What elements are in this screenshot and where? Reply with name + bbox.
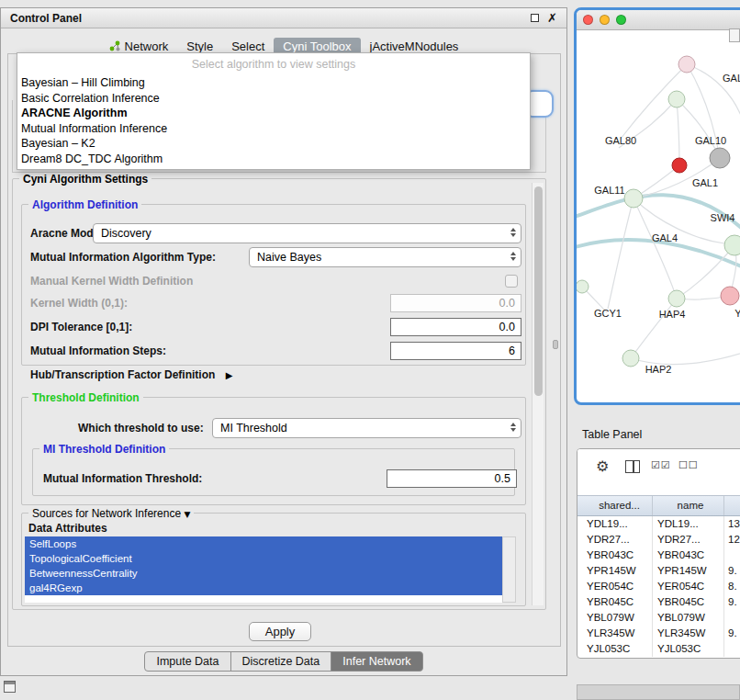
node-label-y: Y bbox=[734, 308, 740, 319]
table-row[interactable]: YLR345WYLR345W9. bbox=[577, 626, 740, 641]
aracne-mode-select[interactable]: Discovery bbox=[93, 223, 521, 243]
table-cell: 12 bbox=[724, 532, 740, 548]
table-row[interactable]: YDR27...YDR27...12 bbox=[577, 532, 740, 548]
table-row[interactable]: YER054CYER054C8. bbox=[577, 579, 740, 594]
collapse-triangle-icon[interactable]: ▼ bbox=[184, 510, 190, 519]
minimize-traffic-light[interactable] bbox=[600, 15, 610, 25]
mi-steps-field[interactable]: 6 bbox=[390, 342, 521, 360]
attribute-item-topologicalcoefficient[interactable]: TopologicalCoefficient bbox=[25, 551, 502, 566]
network-scrollbar-corner[interactable] bbox=[729, 28, 740, 42]
mi-threshold-label: Mutual Information Threshold: bbox=[43, 469, 202, 488]
expand-triangle-icon[interactable]: ▶ bbox=[226, 370, 233, 380]
manual-kernel-label: Manual Kernel Width Definition bbox=[30, 271, 193, 291]
bottom-tab-infer-network[interactable]: Infer Network bbox=[331, 651, 422, 672]
data-attributes-list[interactable]: SelfLoopsTopologicalCoefficientBetweenne… bbox=[25, 536, 502, 603]
zoom-traffic-light[interactable] bbox=[616, 15, 626, 25]
table-cell: 13 bbox=[724, 516, 740, 532]
network-node[interactable] bbox=[710, 148, 730, 168]
algorithm-option-bayesian-k2[interactable]: Bayesian – K2 bbox=[17, 136, 530, 152]
node-label-hap2: HAP2 bbox=[645, 364, 672, 375]
table-row[interactable]: YBR043CYBR043C bbox=[577, 548, 740, 563]
column-header-2[interactable]: name bbox=[653, 496, 724, 515]
table-cell: YBR045C bbox=[577, 594, 653, 610]
columns-icon[interactable] bbox=[625, 460, 640, 473]
tab-label: Select bbox=[231, 40, 264, 53]
mi-threshold-field[interactable]: 0.5 bbox=[387, 469, 517, 488]
network-node[interactable] bbox=[672, 158, 687, 173]
which-threshold-label: Which threshold to use: bbox=[78, 418, 204, 438]
algorithm-option-dream8-dc-tdc-algorithm[interactable]: Dream8 DC_TDC Algorithm bbox=[17, 152, 530, 167]
mi-steps-value: 6 bbox=[509, 344, 515, 357]
which-threshold-select[interactable]: MI Threshold bbox=[212, 418, 521, 438]
mi-type-value: Naive Bayes bbox=[257, 251, 321, 264]
column-header-1[interactable]: shared... bbox=[577, 496, 653, 515]
combo-arrows-icon bbox=[510, 252, 516, 261]
table-header: shared...name bbox=[577, 495, 740, 516]
kernel-width-field[interactable]: 0.0 bbox=[390, 294, 521, 312]
network-node[interactable] bbox=[622, 350, 639, 367]
settings-group-title: Cyni Algorithm Settings bbox=[19, 173, 151, 186]
hub-section-toggle[interactable]: Hub/Transcription Factor Definition ▶ bbox=[30, 367, 232, 383]
network-node[interactable] bbox=[668, 290, 685, 307]
mi-steps-label: Mutual Information Steps: bbox=[30, 342, 166, 360]
network-node[interactable] bbox=[724, 235, 740, 255]
bottom-tab-discretize-data[interactable]: Discretize Data bbox=[230, 651, 332, 672]
attributes-scrollbar[interactable] bbox=[502, 536, 516, 603]
table-row[interactable]: YBR045CYBR045C9. bbox=[577, 594, 740, 610]
network-edge[interactable] bbox=[633, 198, 677, 299]
node-label-gal80: GAL80 bbox=[605, 135, 636, 146]
algorithm-option-mutual-information-inference[interactable]: Mutual Information Inference bbox=[17, 121, 530, 137]
column-header-3[interactable] bbox=[724, 496, 740, 515]
network-node[interactable] bbox=[721, 287, 739, 305]
network-edge[interactable] bbox=[677, 99, 679, 165]
gear-icon[interactable]: ⚙ bbox=[596, 457, 609, 475]
scrollbar-thumb[interactable] bbox=[534, 186, 543, 396]
close-icon[interactable]: ✗ bbox=[547, 12, 557, 24]
table-body: YDL19...YDL19...13YDR27...YDR27...12YBR0… bbox=[577, 516, 740, 657]
table-cell: YJL053C bbox=[577, 641, 653, 657]
table-panel-title: Table Panel bbox=[582, 428, 642, 441]
table-cell: YJL053C bbox=[653, 641, 724, 657]
apply-button[interactable]: Apply bbox=[249, 622, 311, 641]
network-node[interactable] bbox=[577, 280, 589, 293]
network-node[interactable] bbox=[678, 56, 695, 73]
table-cell: YLR345W bbox=[653, 626, 724, 641]
checked-boxes-icon[interactable]: ☑☑ bbox=[651, 459, 671, 471]
attribute-item-betweennesscentrality[interactable]: BetweennessCentrality bbox=[25, 566, 502, 581]
table-row[interactable]: YDL19...YDL19...13 bbox=[577, 516, 740, 532]
float-window-icon[interactable] bbox=[531, 14, 539, 22]
settings-scrollbar[interactable] bbox=[532, 183, 544, 605]
panel-dock-icon[interactable] bbox=[4, 681, 16, 693]
bottom-tab-bar: Impute DataDiscretize DataInfer Network bbox=[1, 651, 566, 672]
network-window-titlebar[interactable] bbox=[577, 10, 740, 30]
window-title: Control Panel bbox=[10, 12, 82, 25]
bottom-tab-impute-data[interactable]: Impute Data bbox=[144, 651, 230, 672]
dpi-tolerance-field[interactable]: 0.0 bbox=[390, 318, 521, 336]
algorithm-option-bayesian-hill-climbing[interactable]: Bayesian – Hill Climbing bbox=[17, 75, 530, 91]
apply-button-label: Apply bbox=[265, 625, 296, 638]
unchecked-boxes-icon[interactable]: ☐☐ bbox=[678, 459, 699, 471]
network-node[interactable] bbox=[668, 91, 685, 107]
attribute-item-gal4rgexp[interactable]: gal4RGexp bbox=[25, 581, 502, 595]
hub-section-label: Hub/Transcription Factor Definition bbox=[30, 368, 215, 381]
aracne-mode-value: Discovery bbox=[101, 227, 151, 240]
table-cell: YLR345W bbox=[577, 626, 653, 641]
close-traffic-light[interactable] bbox=[583, 15, 593, 25]
attribute-item-selfloops[interactable]: SelfLoops bbox=[25, 536, 502, 551]
algorithm-option-aracne-algorithm[interactable]: ARACNE Algorithm bbox=[17, 106, 530, 121]
network-node[interactable] bbox=[624, 189, 643, 208]
network-edge[interactable] bbox=[631, 350, 740, 365]
network-canvas[interactable]: GAL80GAL10GAL11GAL1SWI4GAL4GCY1HAP4HAP2G… bbox=[577, 30, 740, 405]
table-row[interactable]: YJL053CYJL053C bbox=[577, 641, 740, 657]
table-cell: 9. bbox=[724, 626, 740, 641]
table-row[interactable]: YBL079WYBL079W bbox=[577, 610, 740, 626]
network-edge[interactable] bbox=[631, 299, 677, 358]
network-edge[interactable] bbox=[608, 198, 633, 309]
manual-kernel-checkbox[interactable] bbox=[505, 275, 518, 288]
mi-type-select[interactable]: Naive Bayes bbox=[249, 247, 521, 267]
sources-section-toggle[interactable]: Sources for Network Inference ▼ bbox=[28, 507, 194, 520]
table-row[interactable]: YPR145WYPR145W9. bbox=[577, 563, 740, 579]
algorithm-option-basic-correlation-inference[interactable]: Basic Correlation Inference bbox=[17, 91, 530, 107]
tab-label: Network bbox=[125, 40, 169, 53]
splitter-handle[interactable] bbox=[553, 340, 558, 349]
